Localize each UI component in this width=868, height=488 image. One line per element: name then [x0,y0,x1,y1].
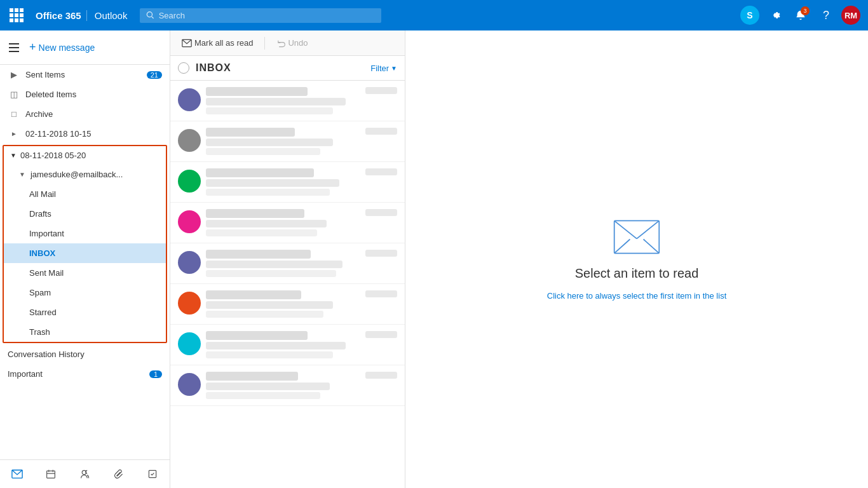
email-meta [365,87,397,94]
email-sender [206,128,295,137]
email-preview [206,270,336,277]
email-subject [206,301,333,309]
avatar [178,129,201,152]
people-nav-icon[interactable] [68,464,102,484]
svg-point-0 [147,12,153,17]
avatar[interactable]: RM [841,6,860,25]
email-item[interactable] [170,81,405,121]
filter-button[interactable]: Filter ▼ [370,64,397,73]
email-item[interactable] [170,284,405,325]
avatar [178,292,201,315]
attachment-nav-icon[interactable] [102,464,135,484]
email-meta [365,128,397,135]
search-icon [146,11,154,20]
chevron-right-icon: ► [8,130,20,137]
email-preview [206,351,333,358]
email-list-scroll[interactable] [170,81,405,488]
sidebar-item-deleted-label: Deleted Items [25,90,162,99]
sidebar-item-spam[interactable]: Spam [4,283,166,302]
email-item[interactable] [170,162,405,203]
mark-all-read-button[interactable]: Mark all as read [178,36,257,50]
sidebar-item-drafts[interactable]: Drafts [4,204,166,224]
email-subject [206,261,342,268]
reading-empty-link[interactable]: Click here to always select the first it… [547,291,727,301]
sidebar-sentmail-label: Sent Mail [29,268,158,278]
sidebar-important2-label: Important [8,369,144,379]
sidebar-item-conversation[interactable]: Conversation History [0,344,170,364]
sidebar-item-important[interactable]: Important [4,224,166,243]
svg-line-13 [614,240,630,254]
topbar: Office 365 Outlook S 3 ? RM [0,0,868,30]
sidebar-item-important2[interactable]: Important 1 [0,364,170,384]
svg-line-1 [152,17,154,18]
sidebar-item-archive[interactable]: □ Archive [0,104,170,124]
email-time [365,87,397,94]
skype-button[interactable]: S [740,5,760,25]
email-item[interactable] [170,243,405,284]
email-item[interactable] [170,121,405,162]
email-time [365,209,397,216]
folder-group-date-label: 08-11-2018 05-20 [20,151,86,160]
email-preview [206,311,323,318]
svg-line-12 [637,220,659,238]
sidebar-item-inbox[interactable]: INBOX [4,243,166,263]
avatar [178,170,201,193]
email-meta [365,372,397,379]
avatar [178,210,201,233]
svg-line-14 [644,240,660,254]
avatar [178,332,201,355]
email-content [206,128,360,155]
email-item[interactable] [170,203,405,243]
email-item[interactable] [170,365,405,406]
reading-empty: Select an item to read Click here to alw… [547,218,727,301]
sidebar: + New message ▶ Sent Items 21 ◫ Deleted … [0,30,170,488]
calendar-nav-icon[interactable] [34,464,67,484]
new-message-button[interactable]: + New message [25,38,98,57]
email-content [206,168,360,196]
filter-label: Filter [370,64,389,73]
search-box[interactable] [140,8,381,23]
sidebar-item-sentmail[interactable]: Sent Mail [4,263,166,283]
chevron-down-icon: ▼ [10,152,17,159]
help-button[interactable]: ? [816,5,836,25]
sidebar-item-starred[interactable]: Starred [4,302,166,322]
search-input[interactable] [159,11,376,20]
sidebar-item-deleted[interactable]: ◫ Deleted Items [0,85,170,104]
email-meta [365,209,397,216]
mail-nav-icon[interactable] [0,464,34,484]
sidebar-account-label: jamesduke@emailback... [31,170,123,179]
email-item[interactable] [170,325,405,365]
new-message-label: New message [39,43,95,53]
email-content [206,87,360,114]
folder-group-header[interactable]: ▼ 08-11-2018 05-20 [4,146,166,165]
email-sender [206,250,311,259]
undo-button[interactable]: Undo [273,36,311,50]
app-grid-button[interactable] [8,6,25,24]
sidebar-important-label: Important [29,229,158,238]
email-meta [365,290,397,297]
avatar [178,373,201,396]
inbox-checkbox[interactable] [178,62,189,74]
email-time [365,331,397,338]
notifications-badge: 3 [801,6,810,15]
sidebar-item-folder-1[interactable]: ► 02-11-2018 10-15 [0,124,170,144]
reading-empty-title: Select an item to read [575,266,699,281]
email-time [365,290,397,297]
email-preview [206,107,333,114]
plus-icon: + [29,41,36,54]
sidebar-item-trash[interactable]: Trash [4,322,166,342]
email-time [365,250,397,257]
notifications-button[interactable]: 3 [790,5,811,25]
sidebar-drafts-label: Drafts [29,209,158,219]
email-subject [206,98,346,105]
sidebar-item-sent[interactable]: ▶ Sent Items 21 [0,65,170,85]
delete-icon: ◫ [8,90,20,99]
sidebar-important2-badge: 1 [149,370,162,378]
email-time [365,372,397,379]
hamburger-menu[interactable] [6,41,22,55]
sidebar-item-account[interactable]: ▼ jamesduke@emailback... [4,165,166,184]
sidebar-item-allmail[interactable]: All Mail [4,184,166,204]
sidebar-item-archive-label: Archive [25,109,162,119]
settings-button[interactable] [765,5,785,25]
tasks-nav-icon[interactable] [136,464,170,484]
